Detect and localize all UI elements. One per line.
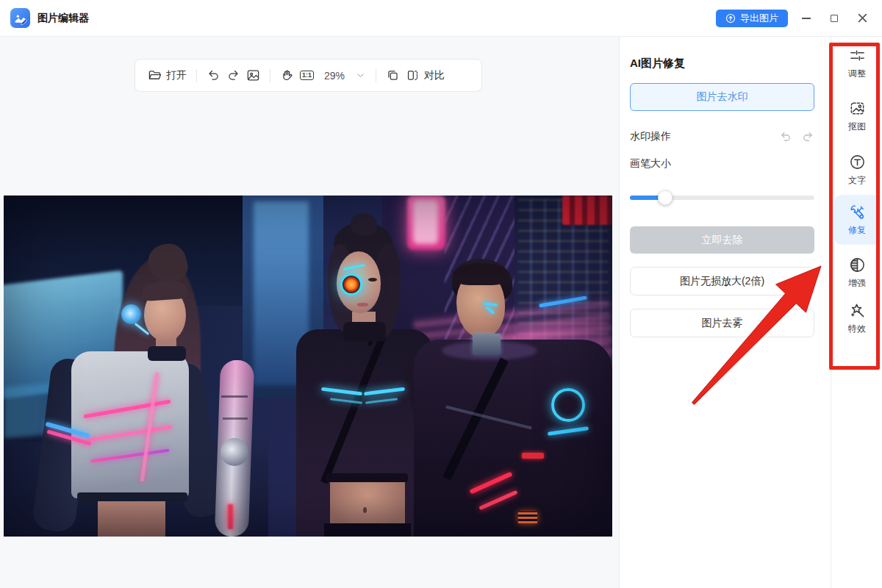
photo-shape: [77, 492, 187, 501]
enhance-icon: [849, 257, 866, 273]
compare-label: 对比: [424, 69, 445, 82]
dehaze-button[interactable]: 图片去雾: [630, 309, 814, 337]
brush-size-slider[interactable]: [630, 190, 814, 205]
photo-shape: [121, 304, 141, 324]
sidebar-item-enhance[interactable]: 增强: [836, 257, 878, 290]
photo-shape: [371, 243, 401, 338]
toolbar-separator: [196, 69, 197, 82]
close-button[interactable]: [853, 9, 872, 28]
photo-shape: [442, 341, 537, 360]
sidebar-item-label: 抠图: [848, 121, 866, 133]
photo-shape: [156, 337, 176, 352]
image-tool-button[interactable]: [243, 65, 263, 87]
zoom-level-dropdown[interactable]: 29%: [317, 65, 352, 87]
toolbar-separator: [270, 69, 270, 82]
ai-repair-panel: AI图片修复 图片去水印 水印操作 画笔大小 立即去除 图片无损放大(2倍) 图…: [620, 37, 831, 588]
export-image-button[interactable]: 导出图片: [716, 10, 788, 27]
photo-shape: [382, 196, 540, 354]
photo-shape: [83, 400, 171, 419]
sliders-icon: [849, 47, 866, 64]
canvas-toolbar: 打开 1:1 29%: [135, 59, 482, 92]
photo-shape: [330, 398, 362, 404]
sidebar-item-cutout[interactable]: 抠图: [836, 100, 878, 133]
photo-shape: [469, 472, 512, 495]
photo-shape: [324, 523, 411, 537]
photo-shape: [539, 295, 587, 307]
folder-open-icon: [148, 68, 162, 82]
photo-shape: [4, 379, 99, 438]
photo-shape: [445, 196, 540, 346]
photo-shape: [243, 196, 323, 398]
photo-shape: [32, 356, 95, 533]
slider-thumb[interactable]: [658, 190, 673, 205]
photo-shape: [98, 501, 165, 537]
panel-title: AI图片修复: [630, 57, 814, 71]
photo-shape: [368, 278, 377, 282]
effects-icon: [849, 302, 866, 319]
photo-shape: [456, 270, 505, 338]
undo-icon[interactable]: [779, 130, 792, 143]
redo-icon: [226, 68, 240, 82]
undo-button[interactable]: [204, 65, 223, 87]
canvas-image[interactable]: [4, 196, 612, 537]
sidebar-item-label: 文字: [848, 174, 866, 187]
photo-shape: [296, 329, 433, 537]
photo-shape: [414, 340, 612, 537]
hand-tool-button[interactable]: [277, 65, 297, 87]
photo-shape: [518, 199, 609, 405]
zoom-dropdown-button[interactable]: [352, 65, 369, 87]
photo-shape: [343, 322, 386, 341]
photo-shape: [343, 264, 365, 270]
photo-shape: [442, 357, 509, 480]
redo-button[interactable]: [223, 65, 243, 87]
remove-now-button[interactable]: 立即去除: [630, 226, 814, 254]
sidebar-item-text[interactable]: 文字: [836, 154, 878, 187]
photo-shape: [445, 406, 531, 430]
duplicate-button[interactable]: [383, 65, 403, 87]
export-image-label: 导出图片: [740, 12, 778, 25]
remove-watermark-button[interactable]: 图片去水印: [630, 83, 814, 111]
photo-shape: [148, 346, 186, 361]
photo-shape: [473, 334, 501, 354]
sidebar-item-label: 调整: [848, 68, 866, 80]
maximize-button[interactable]: [825, 9, 844, 28]
photo-shape: [4, 270, 123, 400]
lossless-upscale-button[interactable]: 图片无损放大(2倍): [630, 267, 814, 295]
photo-shape: [320, 338, 385, 484]
image-icon: [246, 68, 260, 82]
photo-shape: [254, 201, 309, 385]
hand-icon: [280, 68, 294, 82]
photo-shape: [135, 323, 150, 335]
cutout-icon: [849, 100, 866, 117]
photo-shape: [144, 240, 191, 287]
photo-shape: [223, 417, 248, 420]
minimize-button[interactable]: [797, 9, 816, 28]
sidebar-item-repair[interactable]: 修复: [834, 195, 880, 245]
redo-icon[interactable]: [801, 130, 814, 143]
photo-shape: [522, 453, 544, 459]
photo-shape: [45, 422, 90, 439]
actual-size-button[interactable]: 1:1: [297, 65, 317, 87]
photo-shape: [364, 387, 405, 396]
photo-shape: [4, 438, 268, 537]
photo-shape: [363, 507, 367, 513]
photo-shape: [140, 372, 159, 481]
photo-shape: [349, 211, 379, 237]
photo-shape: [220, 438, 248, 466]
open-file-label: 打开: [166, 69, 187, 82]
compare-button[interactable]: 对比: [403, 65, 448, 87]
title-bar: 图片编辑器 导出图片: [0, 0, 882, 37]
open-file-button[interactable]: 打开: [145, 65, 190, 87]
brush-size-label: 画笔大小: [630, 157, 814, 171]
photo-shape: [228, 504, 233, 529]
photo-shape: [407, 196, 445, 250]
photo-shape: [162, 361, 224, 520]
minimize-icon: [802, 18, 811, 19]
photo-shape: [352, 312, 376, 331]
sidebar-item-effects[interactable]: 特效: [836, 302, 878, 335]
canvas-area: 打开 1:1 29%: [0, 37, 620, 588]
photo-shape: [215, 359, 254, 537]
sidebar-item-label: 增强: [848, 277, 866, 290]
sidebar-item-label: 修复: [848, 224, 866, 237]
sidebar-item-adjust[interactable]: 调整: [836, 47, 878, 80]
